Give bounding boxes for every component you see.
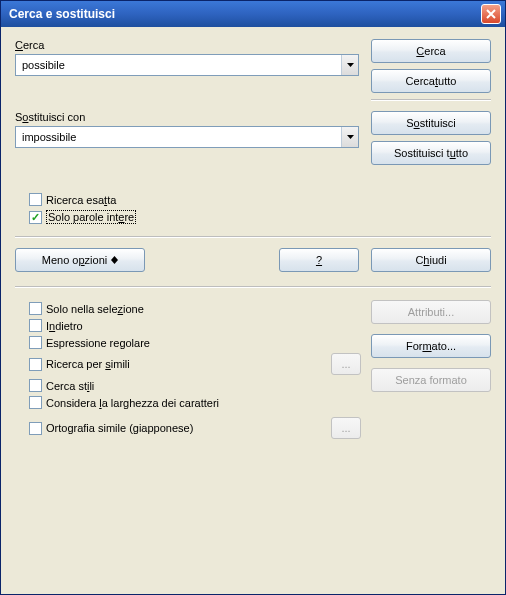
- close-icon: [486, 9, 496, 19]
- search-input[interactable]: [20, 58, 341, 72]
- close-window-button[interactable]: [481, 4, 501, 24]
- search-label: Cerca: [15, 39, 359, 51]
- regex-label: Espressione regolare: [46, 337, 150, 349]
- attributes-button[interactable]: Attributi...: [371, 300, 491, 324]
- backwards-row: Indietro: [29, 319, 371, 332]
- close-button[interactable]: Chiudi: [371, 248, 491, 272]
- similarity-checkbox[interactable]: [29, 358, 42, 371]
- japanese-options-button[interactable]: ...: [331, 417, 361, 439]
- search-combo[interactable]: [15, 54, 359, 76]
- window-title: Cerca e sostituisci: [9, 7, 115, 21]
- exact-match-label: Ricerca esatta: [46, 194, 116, 206]
- less-options-button[interactable]: Meno opzioni: [15, 248, 145, 272]
- backwards-label: Indietro: [46, 320, 83, 332]
- format-button[interactable]: Formato...: [371, 334, 491, 358]
- whole-words-row: Solo parole intere: [29, 210, 491, 224]
- regex-checkbox[interactable]: [29, 336, 42, 349]
- char-width-label: Considera la larghezza dei caratteri: [46, 397, 219, 409]
- find-all-button[interactable]: Cerca tutto: [371, 69, 491, 93]
- help-button[interactable]: ?: [279, 248, 359, 272]
- search-row: Cerca Cerca Cerca tutto: [15, 39, 491, 93]
- no-format-button[interactable]: Senza formato: [371, 368, 491, 392]
- dialog-content: Cerca Cerca Cerca tutto Sostituisci con: [1, 27, 505, 594]
- similarity-options-button[interactable]: ...: [331, 353, 361, 375]
- middle-button-row: Meno opzioni ? Chiudi: [15, 248, 491, 272]
- styles-label: Cerca stili: [46, 380, 94, 392]
- regex-row: Espressione regolare: [29, 336, 371, 349]
- titlebar: Cerca e sostituisci: [1, 1, 505, 27]
- up-down-icon: [111, 256, 118, 264]
- replace-input[interactable]: [20, 130, 341, 144]
- styles-row: Cerca stili: [29, 379, 371, 392]
- find-replace-dialog: Cerca e sostituisci Cerca Cerca Cerca tu…: [0, 0, 506, 595]
- japanese-row: Ortografia simile (giapponese): [29, 422, 325, 435]
- backwards-checkbox[interactable]: [29, 319, 42, 332]
- in-selection-row: Solo nella selezione: [29, 302, 371, 315]
- whole-words-label: Solo parole intere: [46, 210, 136, 224]
- divider: [15, 236, 491, 238]
- japanese-label: Ortografia simile (giapponese): [46, 422, 193, 434]
- japanese-checkbox[interactable]: [29, 422, 42, 435]
- divider: [15, 286, 491, 288]
- char-width-checkbox[interactable]: [29, 396, 42, 409]
- char-width-row: Considera la larghezza dei caratteri: [29, 396, 371, 409]
- chevron-down-icon: [347, 135, 354, 139]
- replace-button[interactable]: Sostituisci: [371, 111, 491, 135]
- replace-row: Sostituisci con Sostituisci Sostituisci …: [15, 111, 491, 165]
- similarity-row: Ricerca per simili: [29, 358, 325, 371]
- exact-match-row: Ricerca esatta: [29, 193, 491, 206]
- replace-combo[interactable]: [15, 126, 359, 148]
- divider: [371, 99, 491, 101]
- replace-all-button[interactable]: Sostituisci tutto: [371, 141, 491, 165]
- exact-match-checkbox[interactable]: [29, 193, 42, 206]
- chevron-down-icon: [347, 63, 354, 67]
- in-selection-label: Solo nella selezione: [46, 303, 144, 315]
- in-selection-checkbox[interactable]: [29, 302, 42, 315]
- whole-words-checkbox[interactable]: [29, 211, 42, 224]
- replace-dropdown-button[interactable]: [341, 127, 358, 147]
- replace-label: Sostituisci con: [15, 111, 359, 123]
- styles-checkbox[interactable]: [29, 379, 42, 392]
- find-button[interactable]: Cerca: [371, 39, 491, 63]
- similarity-label: Ricerca per simili: [46, 358, 130, 370]
- search-dropdown-button[interactable]: [341, 55, 358, 75]
- extra-options: Solo nella selezione Indietro Espression…: [15, 298, 491, 441]
